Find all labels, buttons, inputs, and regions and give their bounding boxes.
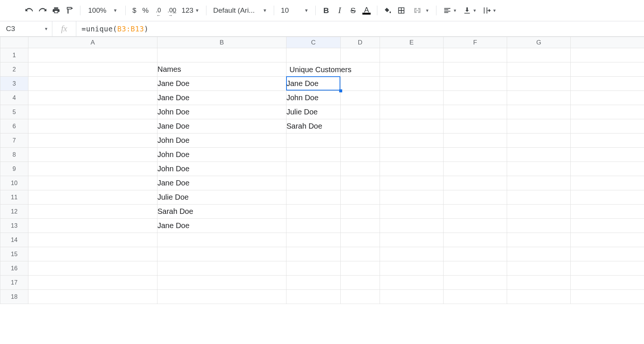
cell-A9[interactable] bbox=[28, 162, 157, 176]
cell-F6[interactable] bbox=[444, 119, 507, 133]
row-header-14[interactable]: 14 bbox=[0, 233, 28, 247]
cell-12[interactable] bbox=[571, 205, 644, 219]
name-box[interactable]: C3 ▼ bbox=[0, 21, 52, 36]
cell-A2[interactable] bbox=[28, 62, 157, 77]
cell-D12[interactable] bbox=[341, 205, 380, 219]
cell-D5[interactable] bbox=[341, 105, 380, 119]
cell-C15[interactable] bbox=[286, 247, 341, 261]
column-header-C[interactable]: C bbox=[286, 37, 341, 48]
cell-C14[interactable] bbox=[286, 233, 341, 247]
row-header-10[interactable]: 10 bbox=[0, 176, 28, 190]
cell-D18[interactable] bbox=[341, 290, 380, 304]
cell-B3[interactable]: Jane Doe bbox=[157, 77, 286, 91]
cell-E9[interactable] bbox=[380, 162, 444, 176]
row-header-13[interactable]: 13 bbox=[0, 219, 28, 233]
v-align-dropdown[interactable]: ▼ bbox=[460, 4, 480, 17]
cell-G5[interactable] bbox=[507, 105, 571, 119]
borders-button[interactable] bbox=[395, 4, 408, 17]
cell-G10[interactable] bbox=[507, 176, 571, 190]
cell-D4[interactable] bbox=[341, 91, 380, 105]
formula-input[interactable]: =unique(B3:B13) bbox=[76, 25, 644, 33]
cell-B11[interactable]: Julie Doe bbox=[157, 190, 286, 205]
row-header-17[interactable]: 17 bbox=[0, 276, 28, 290]
column-header-F[interactable]: F bbox=[444, 37, 507, 48]
cell-B12[interactable]: Sarah Doe bbox=[157, 205, 286, 219]
zoom-dropdown[interactable]: 100% ▼ bbox=[84, 4, 122, 17]
column-header-A[interactable]: A bbox=[28, 37, 157, 48]
cell-7[interactable] bbox=[571, 133, 644, 148]
more-formats-dropdown[interactable]: 123 ▼ bbox=[178, 4, 202, 17]
cell-D6[interactable] bbox=[341, 119, 380, 133]
cell-A12[interactable] bbox=[28, 205, 157, 219]
cell-B9[interactable]: John Doe bbox=[157, 162, 286, 176]
cell-16[interactable] bbox=[571, 261, 644, 276]
cell-B7[interactable]: John Doe bbox=[157, 133, 286, 148]
cell-G3[interactable] bbox=[507, 77, 571, 91]
currency-format-button[interactable]: $ bbox=[129, 4, 139, 17]
column-header-E[interactable]: E bbox=[380, 37, 444, 48]
fill-handle[interactable] bbox=[339, 89, 342, 92]
bold-button[interactable]: B bbox=[319, 4, 333, 17]
select-all-corner[interactable] bbox=[0, 37, 28, 48]
font-family-dropdown[interactable]: Default (Ari... ▼ bbox=[210, 4, 270, 17]
cell-E16[interactable] bbox=[380, 261, 444, 276]
cell-D15[interactable] bbox=[341, 247, 380, 261]
cell-C11[interactable] bbox=[286, 190, 341, 205]
row-header-5[interactable]: 5 bbox=[0, 105, 28, 119]
cell-D11[interactable] bbox=[341, 190, 380, 205]
cell-11[interactable] bbox=[571, 190, 644, 205]
cell-G18[interactable] bbox=[507, 290, 571, 304]
column-header-G[interactable]: G bbox=[507, 37, 571, 48]
cell-G6[interactable] bbox=[507, 119, 571, 133]
cell-G11[interactable] bbox=[507, 190, 571, 205]
print-button[interactable] bbox=[49, 4, 63, 17]
italic-button[interactable]: I bbox=[333, 4, 346, 17]
cell-C1[interactable] bbox=[286, 48, 341, 62]
cell-C5[interactable]: Julie Doe bbox=[286, 105, 341, 119]
cell-D8[interactable] bbox=[341, 148, 380, 162]
cell-10[interactable] bbox=[571, 176, 644, 190]
font-size-dropdown[interactable]: 10 ▼ bbox=[278, 4, 312, 17]
row-header-2[interactable]: 2 bbox=[0, 62, 28, 77]
cell-F18[interactable] bbox=[444, 290, 507, 304]
undo-button[interactable] bbox=[22, 4, 36, 17]
cell-E6[interactable] bbox=[380, 119, 444, 133]
cell-6[interactable] bbox=[571, 119, 644, 133]
cell-C2[interactable]: Unique Customers bbox=[286, 62, 341, 77]
cell-D2[interactable] bbox=[341, 62, 380, 77]
cell-C8[interactable] bbox=[286, 148, 341, 162]
cell-D17[interactable] bbox=[341, 276, 380, 290]
cell-A18[interactable] bbox=[28, 290, 157, 304]
row-header-9[interactable]: 9 bbox=[0, 162, 28, 176]
cell-A10[interactable] bbox=[28, 176, 157, 190]
cell-G8[interactable] bbox=[507, 148, 571, 162]
column-header-extra[interactable] bbox=[571, 37, 644, 48]
cell-8[interactable] bbox=[571, 148, 644, 162]
row-header-18[interactable]: 18 bbox=[0, 290, 28, 304]
cell-B14[interactable] bbox=[157, 233, 286, 247]
cell-D7[interactable] bbox=[341, 133, 380, 148]
cell-E3[interactable] bbox=[380, 77, 444, 91]
cell-A6[interactable] bbox=[28, 119, 157, 133]
row-header-15[interactable]: 15 bbox=[0, 247, 28, 261]
cell-4[interactable] bbox=[571, 91, 644, 105]
cell-F16[interactable] bbox=[444, 261, 507, 276]
row-header-8[interactable]: 8 bbox=[0, 148, 28, 162]
cell-G9[interactable] bbox=[507, 162, 571, 176]
redo-button[interactable] bbox=[36, 4, 49, 17]
cell-B13[interactable]: Jane Doe bbox=[157, 219, 286, 233]
cell-G15[interactable] bbox=[507, 247, 571, 261]
cell-17[interactable] bbox=[571, 276, 644, 290]
cell-A17[interactable] bbox=[28, 276, 157, 290]
cell-B5[interactable]: John Doe bbox=[157, 105, 286, 119]
cell-B2[interactable]: Names bbox=[157, 62, 286, 77]
cell-B4[interactable]: Jane Doe bbox=[157, 91, 286, 105]
cell-B16[interactable] bbox=[157, 261, 286, 276]
paint-format-button[interactable] bbox=[63, 4, 76, 17]
cell-B17[interactable] bbox=[157, 276, 286, 290]
cell-E15[interactable] bbox=[380, 247, 444, 261]
row-header-12[interactable]: 12 bbox=[0, 205, 28, 219]
cell-D3[interactable] bbox=[341, 77, 380, 91]
cell-C16[interactable] bbox=[286, 261, 341, 276]
strikethrough-button[interactable]: S bbox=[346, 4, 360, 17]
